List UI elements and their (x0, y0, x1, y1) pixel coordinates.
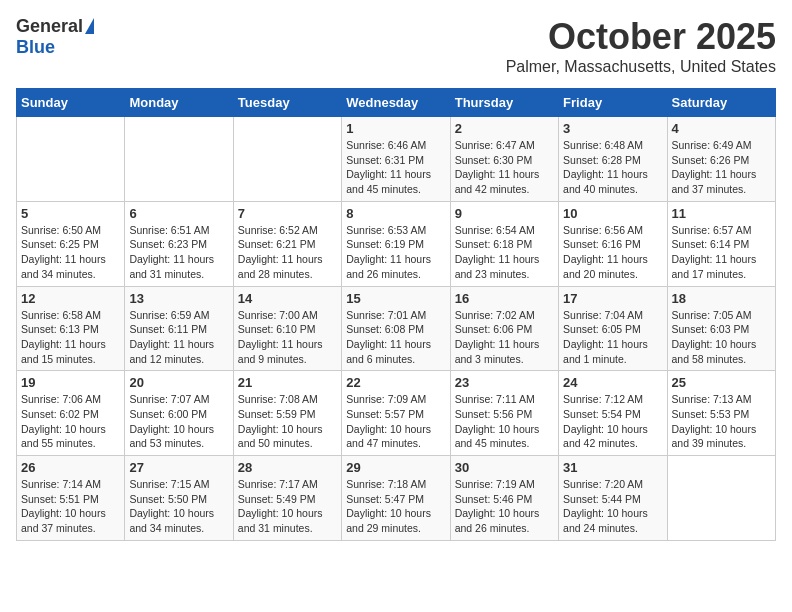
day-number: 27 (129, 460, 228, 475)
day-number: 26 (21, 460, 120, 475)
calendar-cell: 6Sunrise: 6:51 AMSunset: 6:23 PMDaylight… (125, 201, 233, 286)
calendar-cell: 22Sunrise: 7:09 AMSunset: 5:57 PMDayligh… (342, 371, 450, 456)
calendar-cell (667, 456, 775, 541)
calendar-cell: 18Sunrise: 7:05 AMSunset: 6:03 PMDayligh… (667, 286, 775, 371)
calendar-cell: 27Sunrise: 7:15 AMSunset: 5:50 PMDayligh… (125, 456, 233, 541)
day-info: Sunrise: 6:52 AMSunset: 6:21 PMDaylight:… (238, 223, 337, 282)
calendar-cell: 11Sunrise: 6:57 AMSunset: 6:14 PMDayligh… (667, 201, 775, 286)
calendar-cell: 14Sunrise: 7:00 AMSunset: 6:10 PMDayligh… (233, 286, 341, 371)
day-number: 3 (563, 121, 662, 136)
header-wednesday: Wednesday (342, 89, 450, 117)
calendar-table: SundayMondayTuesdayWednesdayThursdayFrid… (16, 88, 776, 541)
location-title: Palmer, Massachusetts, United States (506, 58, 776, 76)
day-number: 1 (346, 121, 445, 136)
calendar-cell: 30Sunrise: 7:19 AMSunset: 5:46 PMDayligh… (450, 456, 558, 541)
day-info: Sunrise: 7:15 AMSunset: 5:50 PMDaylight:… (129, 477, 228, 536)
day-info: Sunrise: 7:17 AMSunset: 5:49 PMDaylight:… (238, 477, 337, 536)
calendar-cell: 20Sunrise: 7:07 AMSunset: 6:00 PMDayligh… (125, 371, 233, 456)
day-number: 18 (672, 291, 771, 306)
day-info: Sunrise: 7:19 AMSunset: 5:46 PMDaylight:… (455, 477, 554, 536)
calendar-cell: 24Sunrise: 7:12 AMSunset: 5:54 PMDayligh… (559, 371, 667, 456)
day-info: Sunrise: 7:02 AMSunset: 6:06 PMDaylight:… (455, 308, 554, 367)
calendar-cell: 26Sunrise: 7:14 AMSunset: 5:51 PMDayligh… (17, 456, 125, 541)
calendar-cell: 15Sunrise: 7:01 AMSunset: 6:08 PMDayligh… (342, 286, 450, 371)
calendar-cell: 25Sunrise: 7:13 AMSunset: 5:53 PMDayligh… (667, 371, 775, 456)
calendar-cell (125, 117, 233, 202)
day-info: Sunrise: 7:08 AMSunset: 5:59 PMDaylight:… (238, 392, 337, 451)
week-row-1: 5Sunrise: 6:50 AMSunset: 6:25 PMDaylight… (17, 201, 776, 286)
day-number: 9 (455, 206, 554, 221)
day-info: Sunrise: 6:49 AMSunset: 6:26 PMDaylight:… (672, 138, 771, 197)
week-row-0: 1Sunrise: 6:46 AMSunset: 6:31 PMDaylight… (17, 117, 776, 202)
day-number: 7 (238, 206, 337, 221)
logo-triangle-icon (85, 18, 94, 34)
calendar-cell: 31Sunrise: 7:20 AMSunset: 5:44 PMDayligh… (559, 456, 667, 541)
header-sunday: Sunday (17, 89, 125, 117)
calendar-cell: 29Sunrise: 7:18 AMSunset: 5:47 PMDayligh… (342, 456, 450, 541)
month-title: October 2025 (506, 16, 776, 58)
logo-blue: Blue (16, 37, 55, 57)
day-number: 14 (238, 291, 337, 306)
calendar-cell: 16Sunrise: 7:02 AMSunset: 6:06 PMDayligh… (450, 286, 558, 371)
calendar-cell (233, 117, 341, 202)
header-monday: Monday (125, 89, 233, 117)
calendar-cell: 19Sunrise: 7:06 AMSunset: 6:02 PMDayligh… (17, 371, 125, 456)
header-friday: Friday (559, 89, 667, 117)
day-info: Sunrise: 6:54 AMSunset: 6:18 PMDaylight:… (455, 223, 554, 282)
day-info: Sunrise: 7:05 AMSunset: 6:03 PMDaylight:… (672, 308, 771, 367)
day-number: 24 (563, 375, 662, 390)
day-number: 29 (346, 460, 445, 475)
day-info: Sunrise: 7:09 AMSunset: 5:57 PMDaylight:… (346, 392, 445, 451)
day-number: 25 (672, 375, 771, 390)
calendar-body: 1Sunrise: 6:46 AMSunset: 6:31 PMDaylight… (17, 117, 776, 541)
title-area: October 2025 Palmer, Massachusetts, Unit… (506, 16, 776, 76)
day-info: Sunrise: 7:07 AMSunset: 6:00 PMDaylight:… (129, 392, 228, 451)
day-info: Sunrise: 7:13 AMSunset: 5:53 PMDaylight:… (672, 392, 771, 451)
logo-general: General (16, 16, 83, 37)
day-info: Sunrise: 6:53 AMSunset: 6:19 PMDaylight:… (346, 223, 445, 282)
day-info: Sunrise: 7:12 AMSunset: 5:54 PMDaylight:… (563, 392, 662, 451)
day-number: 4 (672, 121, 771, 136)
day-number: 10 (563, 206, 662, 221)
day-info: Sunrise: 7:11 AMSunset: 5:56 PMDaylight:… (455, 392, 554, 451)
header-thursday: Thursday (450, 89, 558, 117)
header-row: SundayMondayTuesdayWednesdayThursdayFrid… (17, 89, 776, 117)
day-info: Sunrise: 7:00 AMSunset: 6:10 PMDaylight:… (238, 308, 337, 367)
calendar-cell (17, 117, 125, 202)
calendar-cell: 9Sunrise: 6:54 AMSunset: 6:18 PMDaylight… (450, 201, 558, 286)
calendar-cell: 12Sunrise: 6:58 AMSunset: 6:13 PMDayligh… (17, 286, 125, 371)
header-tuesday: Tuesday (233, 89, 341, 117)
day-number: 15 (346, 291, 445, 306)
day-info: Sunrise: 6:59 AMSunset: 6:11 PMDaylight:… (129, 308, 228, 367)
header-saturday: Saturday (667, 89, 775, 117)
day-number: 28 (238, 460, 337, 475)
calendar-header: SundayMondayTuesdayWednesdayThursdayFrid… (17, 89, 776, 117)
day-info: Sunrise: 6:50 AMSunset: 6:25 PMDaylight:… (21, 223, 120, 282)
calendar-cell: 5Sunrise: 6:50 AMSunset: 6:25 PMDaylight… (17, 201, 125, 286)
calendar-cell: 28Sunrise: 7:17 AMSunset: 5:49 PMDayligh… (233, 456, 341, 541)
day-number: 17 (563, 291, 662, 306)
day-number: 13 (129, 291, 228, 306)
week-row-3: 19Sunrise: 7:06 AMSunset: 6:02 PMDayligh… (17, 371, 776, 456)
header: General Blue October 2025 Palmer, Massac… (16, 16, 776, 76)
day-number: 16 (455, 291, 554, 306)
calendar-cell: 4Sunrise: 6:49 AMSunset: 6:26 PMDaylight… (667, 117, 775, 202)
day-number: 2 (455, 121, 554, 136)
day-number: 30 (455, 460, 554, 475)
day-number: 21 (238, 375, 337, 390)
day-info: Sunrise: 6:48 AMSunset: 6:28 PMDaylight:… (563, 138, 662, 197)
day-info: Sunrise: 7:18 AMSunset: 5:47 PMDaylight:… (346, 477, 445, 536)
day-info: Sunrise: 7:14 AMSunset: 5:51 PMDaylight:… (21, 477, 120, 536)
day-info: Sunrise: 6:57 AMSunset: 6:14 PMDaylight:… (672, 223, 771, 282)
calendar-cell: 1Sunrise: 6:46 AMSunset: 6:31 PMDaylight… (342, 117, 450, 202)
day-number: 5 (21, 206, 120, 221)
day-info: Sunrise: 7:20 AMSunset: 5:44 PMDaylight:… (563, 477, 662, 536)
calendar-cell: 17Sunrise: 7:04 AMSunset: 6:05 PMDayligh… (559, 286, 667, 371)
calendar-cell: 7Sunrise: 6:52 AMSunset: 6:21 PMDaylight… (233, 201, 341, 286)
calendar-cell: 8Sunrise: 6:53 AMSunset: 6:19 PMDaylight… (342, 201, 450, 286)
day-info: Sunrise: 6:46 AMSunset: 6:31 PMDaylight:… (346, 138, 445, 197)
logo: General Blue (16, 16, 94, 58)
day-number: 12 (21, 291, 120, 306)
calendar-cell: 10Sunrise: 6:56 AMSunset: 6:16 PMDayligh… (559, 201, 667, 286)
week-row-2: 12Sunrise: 6:58 AMSunset: 6:13 PMDayligh… (17, 286, 776, 371)
